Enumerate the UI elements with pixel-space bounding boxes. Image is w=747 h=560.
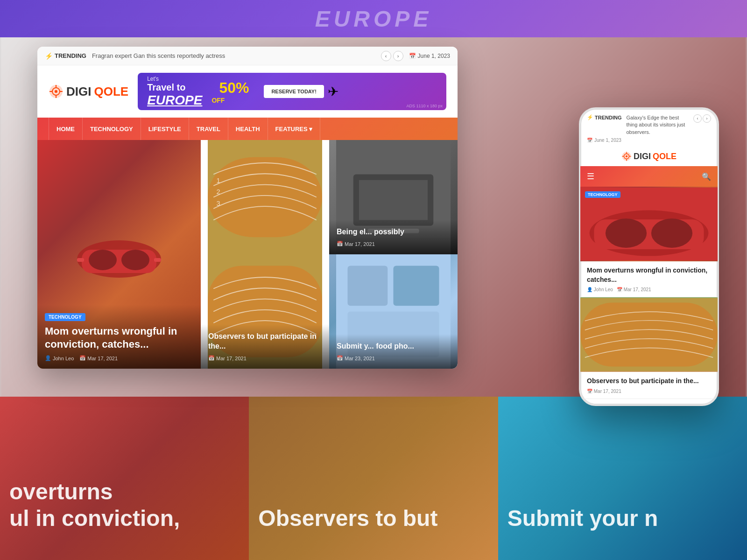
mobile-author-meta: 👤 John Leo xyxy=(587,287,613,292)
mobile-track-svg xyxy=(580,297,718,372)
svg-rect-11 xyxy=(77,258,84,262)
top-banner: EUROPE xyxy=(0,0,747,37)
svg-point-40 xyxy=(651,218,692,248)
mobile-vr-bg xyxy=(580,187,718,261)
ad-percent-text: 50% xyxy=(219,79,249,97)
mobile-article-1-image: TECHNOLOGY xyxy=(580,187,718,261)
food-date-meta: 📅 Mar 23, 2021 xyxy=(337,355,375,361)
article-card-tech[interactable]: Being el... possibly 📅 Mar 17, 2021 xyxy=(329,140,458,254)
trending-next-button[interactable]: › xyxy=(393,51,403,61)
mobile-article-2-image xyxy=(580,297,718,372)
mobile-article-1-body: Mom overturns wrongful in conviction, ca… xyxy=(580,261,718,297)
article-food-title: Submit y... food pho... xyxy=(337,342,450,351)
mobile-article-2-body: Observers to but participate in the... 📅… xyxy=(580,372,718,399)
svg-rect-14 xyxy=(208,157,322,238)
site-logo[interactable]: DIGIQOLE xyxy=(49,84,128,99)
article-tech-title: Being el... possibly xyxy=(337,227,450,237)
ad-banner: Let's Travel to EUROPE 50% OFF RESERVE T… xyxy=(138,73,446,110)
mobile-trending-content: Galaxy's Edge the best thing about its v… xyxy=(626,114,691,136)
mobile-article-1[interactable]: TECHNOLOGY Mom overturns wrongful in con… xyxy=(580,187,718,297)
mobile-article-1-meta: 👤 John Leo 📅 Mar 17, 2021 xyxy=(587,287,711,292)
bottom-col-3: Submit your n xyxy=(498,397,747,560)
svg-point-31 xyxy=(626,155,627,157)
article-center-title: Observers to but participate in the... xyxy=(208,332,322,351)
bottom-text-3: Submit your n xyxy=(507,505,658,532)
mobile-nav-bar: ☰ 🔍 xyxy=(580,166,718,187)
svg-text:1: 1 xyxy=(216,177,220,184)
svg-text:2: 2 xyxy=(216,188,220,196)
article-card-center[interactable]: Observers to but participate in the... 📅… xyxy=(201,254,329,369)
mobile-date-text: June 1, 2023 xyxy=(594,138,621,143)
nav-item-health[interactable]: HEALTH xyxy=(228,118,268,140)
bolt-icon: ⚡ xyxy=(45,52,53,60)
mobile-trending-text: Galaxy's Edge the best thing about its v… xyxy=(626,114,691,136)
article-tech-meta: 📅 Mar 17, 2021 xyxy=(337,241,450,247)
mobile-calendar-icon: 📅 xyxy=(587,138,592,143)
mobile-logo-qole: QOLE xyxy=(653,152,677,161)
mobile-logo-digi: DIGI xyxy=(634,152,651,161)
mobile-track-bg xyxy=(580,297,718,372)
mobile-trending-next[interactable]: › xyxy=(703,114,711,123)
svg-point-9 xyxy=(89,250,117,270)
vr-headset-icon xyxy=(72,226,166,282)
center-date-meta: 📅 Mar 17, 2021 xyxy=(208,355,247,361)
article-card-food[interactable]: Submit y... food pho... 📅 Mar 23, 2021 xyxy=(329,254,458,369)
trending-text: Fragran expert Gan this scents reportedl… xyxy=(92,52,375,59)
mobile-article-2[interactable]: Observers to but participate in the... 📅… xyxy=(580,297,718,399)
nav-item-features[interactable]: FEATURES ▾ xyxy=(268,118,321,140)
article-tech-overlay: Being el... possibly 📅 Mar 17, 2021 xyxy=(329,220,458,254)
mobile-inner: ⚡ TRENDING Galaxy's Edge the best thing … xyxy=(580,109,718,405)
mobile-device: ⚡ TRENDING Galaxy's Edge the best thing … xyxy=(579,107,719,406)
logo-icon xyxy=(49,84,63,99)
article-card-track[interactable]: 1 2 3 xyxy=(201,140,329,254)
svg-point-2 xyxy=(55,90,57,93)
ad-plane-icon: ✈ xyxy=(328,84,338,99)
svg-rect-20 xyxy=(359,180,428,220)
mobile-trending-row: ⚡ TRENDING Galaxy's Edge the best thing … xyxy=(580,109,718,136)
ad-reserve-button[interactable]: RESERVE TODAY! xyxy=(264,85,324,98)
ad-europe-text: EUROPE xyxy=(147,93,202,108)
nav-item-lifestyle[interactable]: LIFESTYLE xyxy=(141,118,189,140)
article-food-overlay: Submit y... food pho... 📅 Mar 23, 2021 xyxy=(329,334,458,369)
track-image: 1 2 3 xyxy=(201,140,329,254)
tech-date-meta: 📅 Mar 17, 2021 xyxy=(337,241,375,247)
mobile-date: 📅 June 1, 2023 xyxy=(580,136,718,147)
trending-prev-button[interactable]: ‹ xyxy=(381,51,391,61)
article-center-meta: 📅 Mar 17, 2021 xyxy=(208,355,322,361)
nav-item-home[interactable]: HOME xyxy=(49,118,83,140)
ad-travel-text: Travel to xyxy=(147,82,202,93)
logo-ad-row: DIGIQOLE Let's Travel to EUROPE 50% OFF … xyxy=(37,65,458,118)
mobile-vr-svg xyxy=(580,187,718,261)
mobile-trending-label-text: TRENDING xyxy=(595,115,621,120)
date-meta: 📅 Mar 17, 2021 xyxy=(79,355,118,361)
mobile-trending-nav: ‹ › xyxy=(693,114,711,123)
ad-text-left: Let's Travel to EUROPE xyxy=(147,76,202,108)
top-banner-text: EUROPE xyxy=(315,6,432,32)
mobile-logo-icon xyxy=(621,151,632,161)
svg-point-10 xyxy=(121,250,149,270)
mobile-menu-icon[interactable]: ☰ xyxy=(587,171,594,182)
nav-item-travel[interactable]: TRAVEL xyxy=(189,118,228,140)
ad-percent-block: 50% OFF xyxy=(211,79,256,104)
article-main-title: Mom overturns wrongful in conviction, ca… xyxy=(45,325,193,351)
mobile-article-1-title: Mom overturns wrongful in conviction, ca… xyxy=(587,266,711,284)
mobile-logo: DIGIQOLE xyxy=(580,147,718,166)
mobile-trending-prev[interactable]: ‹ xyxy=(693,114,702,123)
svg-point-39 xyxy=(606,218,647,248)
article-main-meta: 👤 John Leo 📅 Mar 17, 2021 xyxy=(45,355,193,361)
browser-window: ⚡ TRENDING Fragran expert Gan this scent… xyxy=(37,47,458,369)
mobile-article-1-tag: TECHNOLOGY xyxy=(585,191,620,198)
svg-rect-12 xyxy=(154,258,161,262)
ad-lets-text: Let's xyxy=(147,76,202,82)
article-grid: TECHNOLOGY Mom overturns wrongful in con… xyxy=(37,140,458,369)
bottom-background: overturns ul in conviction, Observers to… xyxy=(0,397,747,560)
mobile-search-icon[interactable]: 🔍 xyxy=(702,172,711,181)
mobile-article-2-meta: 📅 Mar 17, 2021 xyxy=(587,389,711,394)
trending-bar: ⚡ TRENDING Fragran expert Gan this scent… xyxy=(37,47,458,65)
calendar-icon: 📅 xyxy=(409,53,416,59)
article-card-main[interactable]: TECHNOLOGY Mom overturns wrongful in con… xyxy=(37,140,201,369)
trending-label-text: TRENDING xyxy=(55,52,86,59)
svg-rect-26 xyxy=(348,266,388,306)
bottom-col-2: Observers to but xyxy=(249,397,498,560)
nav-item-technology[interactable]: TECHNOLOGY xyxy=(83,118,141,140)
